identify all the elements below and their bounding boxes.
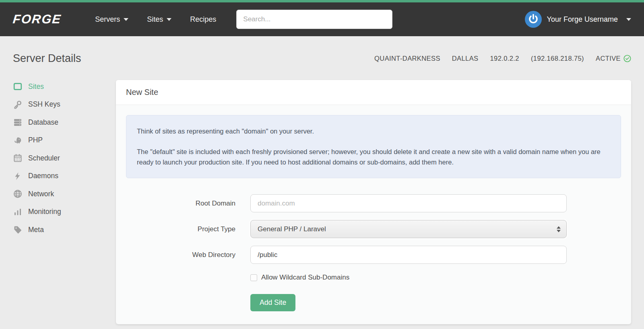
power-avatar-icon xyxy=(525,11,542,28)
sidebar-item-daemons[interactable]: Daemons xyxy=(13,171,116,181)
sidebar-item-sites[interactable]: Sites xyxy=(13,81,116,92)
alert-paragraph-2: The "default" site is included with each… xyxy=(137,146,610,167)
new-site-card: New Site Think of sites as representing … xyxy=(116,80,631,324)
calendar-icon xyxy=(13,153,23,163)
project-type-row: Project Type General PHP / Laravel xyxy=(126,220,621,238)
server-name: QUAINT-DARKNESS xyxy=(374,55,440,62)
web-directory-row: Web Directory xyxy=(126,246,621,264)
main-panel: New Site Think of sites as representing … xyxy=(116,80,631,324)
add-site-button[interactable]: Add Site xyxy=(250,294,295,311)
navbar: FORGE Servers Sites Recipes Your Forge U… xyxy=(0,2,644,36)
project-type-label: Project Type xyxy=(126,225,235,233)
php-elephant-icon xyxy=(13,136,23,145)
sidebar-item-label: Daemons xyxy=(28,172,58,180)
page-header: Server Details QUAINT-DARKNESS DALLAS 19… xyxy=(13,52,631,65)
globe-icon xyxy=(13,189,23,199)
server-private-ip: (192.168.218.75) xyxy=(531,55,584,62)
username-label: Your Forge Username xyxy=(547,15,618,24)
sidebar-item-ssh-keys[interactable]: SSH Keys xyxy=(13,99,116,110)
chevron-down-icon xyxy=(124,18,128,21)
server-region: DALLAS xyxy=(452,55,479,62)
root-domain-field[interactable] xyxy=(250,194,567,212)
layout: Sites SSH Keys Database PHP xyxy=(13,80,631,324)
sidebar-item-label: SSH Keys xyxy=(28,100,60,109)
server-ip: 192.0.2.2 xyxy=(490,55,519,62)
sidebar-item-label: Meta xyxy=(28,226,44,234)
submit-row: Add Site xyxy=(250,294,621,311)
chevron-down-icon xyxy=(167,18,171,21)
sidebar-item-php[interactable]: PHP xyxy=(13,135,116,146)
lightning-icon xyxy=(13,171,23,181)
alert-paragraph-1: Think of sites as representing each "dom… xyxy=(137,126,610,136)
database-icon xyxy=(13,117,23,127)
status-badge: ACTIVE xyxy=(596,55,631,62)
key-icon xyxy=(13,100,23,109)
sidebar-item-meta[interactable]: Meta xyxy=(13,224,116,235)
root-domain-label: Root Domain xyxy=(126,199,235,208)
web-directory-field[interactable] xyxy=(250,246,567,264)
wildcard-row: Allow Wildcard Sub-Domains xyxy=(250,273,621,282)
wildcard-checkbox[interactable] xyxy=(250,274,257,281)
user-menu[interactable]: Your Forge Username xyxy=(525,11,631,28)
web-directory-label: Web Directory xyxy=(126,251,235,259)
sidebar-item-scheduler[interactable]: Scheduler xyxy=(13,153,116,163)
chevron-down-icon xyxy=(626,18,631,21)
sidebar-item-label: Monitoring xyxy=(28,208,61,216)
wildcard-label: Allow Wildcard Sub-Domains xyxy=(261,273,349,282)
forge-logo[interactable]: FORGE xyxy=(12,12,62,27)
root-domain-row: Root Domain xyxy=(126,194,621,212)
card-body: Think of sites as representing each "dom… xyxy=(116,105,631,324)
sidebar-item-label: Scheduler xyxy=(28,154,60,162)
nav-item-sites[interactable]: Sites xyxy=(147,15,171,24)
nav-item-label: Servers xyxy=(95,15,120,24)
sidebar-item-label: PHP xyxy=(28,136,43,144)
sidebar-item-monitoring[interactable]: Monitoring xyxy=(13,207,116,217)
sidebar-item-database[interactable]: Database xyxy=(13,117,116,127)
nav-links: Servers Sites Recipes xyxy=(95,15,235,24)
check-circle-icon xyxy=(623,55,631,62)
project-type-select[interactable]: General PHP / Laravel xyxy=(250,220,567,238)
page-title: Server Details xyxy=(13,52,81,65)
window-icon xyxy=(13,82,23,91)
info-alert: Think of sites as representing each "dom… xyxy=(126,115,621,178)
nav-item-recipes[interactable]: Recipes xyxy=(190,15,216,24)
nav-item-servers[interactable]: Servers xyxy=(95,15,128,24)
sidebar-item-label: Sites xyxy=(28,82,44,91)
server-meta: QUAINT-DARKNESS DALLAS 192.0.2.2 (192.16… xyxy=(374,55,631,62)
nav-item-label: Recipes xyxy=(190,15,216,24)
sidebar: Sites SSH Keys Database PHP xyxy=(13,80,116,324)
tag-icon xyxy=(13,225,23,234)
bar-chart-icon xyxy=(13,207,23,217)
search-input[interactable] xyxy=(236,10,392,29)
sidebar-item-network[interactable]: Network xyxy=(13,189,116,199)
sidebar-item-label: Database xyxy=(28,118,58,127)
nav-item-label: Sites xyxy=(147,15,163,24)
status-label: ACTIVE xyxy=(596,55,621,62)
card-title: New Site xyxy=(116,80,631,105)
sidebar-item-label: Network xyxy=(28,190,54,198)
page-content: Server Details QUAINT-DARKNESS DALLAS 19… xyxy=(0,52,644,324)
